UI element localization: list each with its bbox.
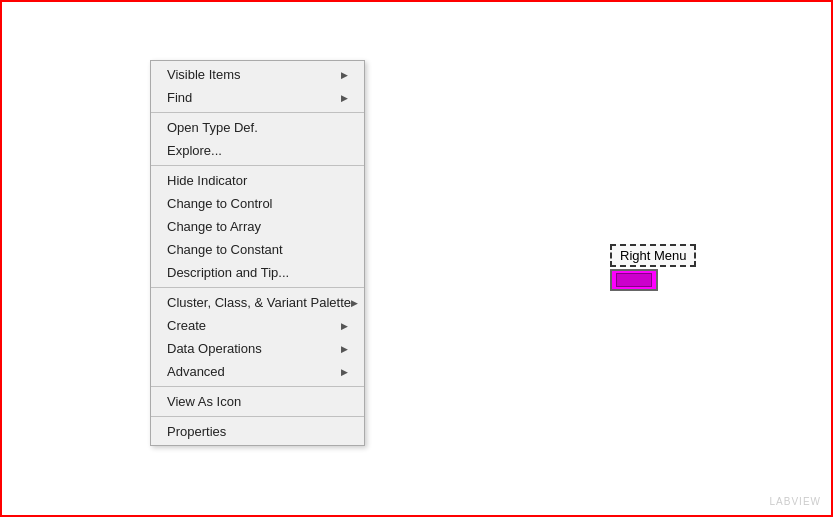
widget-display-inner: [616, 273, 652, 287]
menu-item-advanced[interactable]: Advanced: [151, 360, 364, 383]
menu-item-open-type-def[interactable]: Open Type Def.: [151, 116, 364, 139]
menu-item-label-find: Find: [167, 90, 341, 105]
widget-label: Right Menu: [610, 244, 696, 267]
menu-item-data-operations[interactable]: Data Operations: [151, 337, 364, 360]
menu-divider: [151, 386, 364, 387]
menu-item-label-open-type-def: Open Type Def.: [167, 120, 348, 135]
menu-item-create[interactable]: Create: [151, 314, 364, 337]
menu-item-explore[interactable]: Explore...: [151, 139, 364, 162]
menu-item-hide-indicator[interactable]: Hide Indicator: [151, 169, 364, 192]
menu-item-change-to-control[interactable]: Change to Control: [151, 192, 364, 215]
menu-item-visible-items[interactable]: Visible Items: [151, 63, 364, 86]
context-menu: Visible ItemsFindOpen Type Def.Explore..…: [150, 60, 365, 446]
menu-item-label-properties: Properties: [167, 424, 348, 439]
menu-item-label-change-to-constant: Change to Constant: [167, 242, 348, 257]
menu-item-label-change-to-array: Change to Array: [167, 219, 348, 234]
menu-item-find[interactable]: Find: [151, 86, 364, 109]
menu-item-label-data-operations: Data Operations: [167, 341, 341, 356]
widget-display: [610, 269, 658, 291]
widget-container: Right Menu: [610, 244, 696, 291]
menu-item-change-to-array[interactable]: Change to Array: [151, 215, 364, 238]
menu-divider: [151, 165, 364, 166]
menu-item-cluster-class[interactable]: Cluster, Class, & Variant Palette: [151, 291, 364, 314]
menu-item-label-create: Create: [167, 318, 341, 333]
menu-item-properties[interactable]: Properties: [151, 420, 364, 443]
watermark: LABVIEW: [770, 496, 821, 507]
menu-item-change-to-constant[interactable]: Change to Constant: [151, 238, 364, 261]
menu-item-description-and-tip[interactable]: Description and Tip...: [151, 261, 364, 284]
menu-item-label-cluster-class: Cluster, Class, & Variant Palette: [167, 295, 351, 310]
menu-divider: [151, 416, 364, 417]
menu-item-label-visible-items: Visible Items: [167, 67, 341, 82]
menu-item-label-view-as-icon: View As Icon: [167, 394, 348, 409]
menu-item-label-advanced: Advanced: [167, 364, 341, 379]
menu-divider: [151, 287, 364, 288]
menu-item-label-description-and-tip: Description and Tip...: [167, 265, 348, 280]
menu-item-view-as-icon[interactable]: View As Icon: [151, 390, 364, 413]
menu-item-label-change-to-control: Change to Control: [167, 196, 348, 211]
menu-item-label-explore: Explore...: [167, 143, 348, 158]
menu-item-label-hide-indicator: Hide Indicator: [167, 173, 348, 188]
menu-divider: [151, 112, 364, 113]
